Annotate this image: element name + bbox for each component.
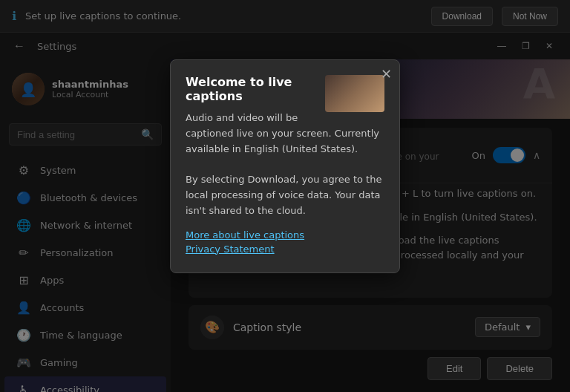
modal-body: Audio and video will be captioned live o… xyxy=(186,111,384,219)
modal-text1: Audio and video will be captioned live o… xyxy=(186,111,384,157)
modal-close-button[interactable]: ✕ xyxy=(381,68,392,81)
welcome-modal: ✕ Welcome to live captions Audio and vid… xyxy=(170,59,400,273)
modal-link1[interactable]: More about live captions xyxy=(186,229,384,241)
modal-link2[interactable]: Privacy Statement xyxy=(186,244,384,255)
modal-text2: By selecting Download, you agree to the … xyxy=(186,172,384,218)
modal-thumbnail xyxy=(325,75,384,112)
modal-overlay[interactable]: ✕ Welcome to live captions Audio and vid… xyxy=(0,0,570,392)
